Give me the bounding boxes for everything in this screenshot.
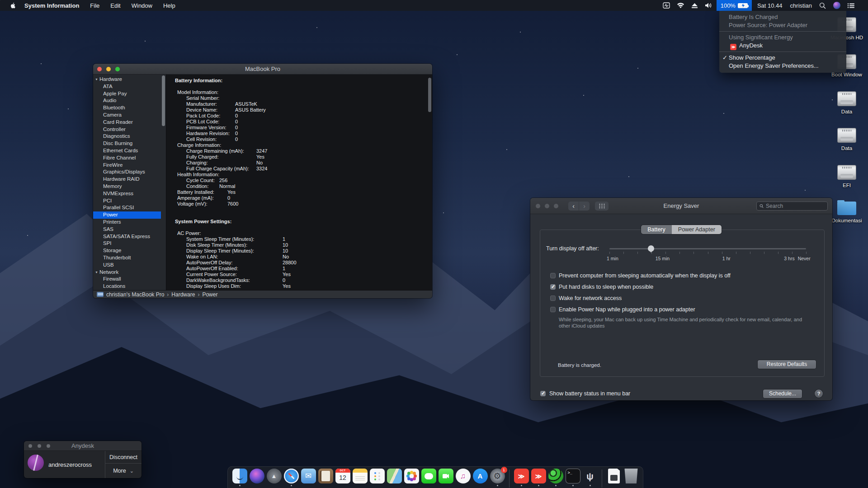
appstore-icon[interactable]: A <box>473 469 488 483</box>
sidebar-item-storage[interactable]: Storage <box>93 247 161 254</box>
zoom-button[interactable] <box>554 204 558 208</box>
spotlight-search-icon[interactable] <box>819 2 826 9</box>
dock-item-notes[interactable] <box>352 469 368 486</box>
sidebar-item-sas[interactable]: SAS <box>93 226 161 233</box>
messages-icon[interactable] <box>421 469 436 483</box>
sidebar-item-firewire[interactable]: FireWire <box>93 162 161 169</box>
volume-icon[interactable] <box>705 2 712 9</box>
schedule-button[interactable]: Schedule... <box>763 389 802 398</box>
sidebar-scrollbar[interactable] <box>161 75 166 290</box>
minimize-button[interactable] <box>545 204 549 208</box>
maps-icon[interactable] <box>387 469 402 483</box>
gripper-icon[interactable]: ψ <box>583 469 598 483</box>
itunes-icon[interactable]: ♫ <box>456 469 471 483</box>
dock-item-document[interactable] <box>606 469 622 486</box>
dock-item-contacts[interactable] <box>318 469 333 486</box>
reminders-icon[interactable] <box>370 469 385 483</box>
sidebar-item-usb[interactable]: USB <box>93 262 161 269</box>
search-input[interactable] <box>766 203 825 209</box>
forward-button[interactable]: › <box>579 202 590 211</box>
breadcrumb-segment[interactable]: christian's MacBook Pro <box>106 291 164 298</box>
sidebar-item-card-reader[interactable]: Card Reader <box>93 119 161 126</box>
sidebar-item-graphics-displays[interactable]: Graphics/Displays <box>93 169 161 176</box>
anydesk-icon[interactable]: ≫ <box>531 469 546 483</box>
user-switch-menu[interactable]: christian <box>790 2 812 9</box>
menu-window[interactable]: Window <box>132 2 152 9</box>
anydesk-titlebar[interactable]: Anydesk <box>24 441 142 451</box>
checkbox-row[interactable]: Put hard disks to sleep when possible <box>550 284 653 290</box>
dock-item-mail[interactable] <box>301 469 316 486</box>
sidebar-item-diagnostics[interactable]: Diagnostics <box>93 133 161 140</box>
sidebar-item-hardware-raid[interactable]: Hardware RAID <box>93 176 161 183</box>
sidebar-item-parallel-scsi[interactable]: Parallel SCSI <box>93 204 161 211</box>
facetime-icon[interactable] <box>439 469 453 483</box>
clock-menu[interactable]: Sat 10.44 <box>757 2 783 9</box>
safari-icon[interactable] <box>284 469 299 483</box>
dock-item-facetime[interactable] <box>438 469 453 486</box>
sidebar-item-controller[interactable]: Controller <box>93 126 161 133</box>
siri-icon[interactable] <box>250 469 264 483</box>
sidebar-item-firewall[interactable]: Firewall <box>93 276 161 283</box>
dock-item-terminal[interactable]: >_ <box>565 469 580 486</box>
disclosure-triangle-icon[interactable]: ▼ <box>95 76 98 83</box>
dock-item-anydesk[interactable]: ≫ <box>531 469 546 486</box>
calendar-icon[interactable]: OCT12 <box>335 469 350 483</box>
sidebar-item-apple-pay[interactable]: Apple Pay <box>93 90 161 98</box>
sidebar-item-camera[interactable]: Camera <box>93 112 161 119</box>
disconnect-button[interactable]: Disconnect <box>105 451 142 463</box>
display-off-slider-thumb[interactable] <box>648 245 654 252</box>
notes-icon[interactable] <box>353 469 368 483</box>
desktop-icon-efi[interactable]: EFI <box>830 165 863 188</box>
contacts-icon[interactable] <box>318 469 333 483</box>
apple-menu-icon[interactable] <box>10 2 16 9</box>
dock-item-finder[interactable] <box>232 469 247 486</box>
anydesk-icon[interactable]: ≫ <box>514 469 529 483</box>
sidebar-group-hardware[interactable]: ▼Hardware <box>93 76 161 83</box>
sidebar-item-thunderbolt[interactable]: Thunderbolt <box>93 254 161 262</box>
sidebar-item-power[interactable]: Power <box>93 211 161 219</box>
mail-icon[interactable] <box>301 469 316 483</box>
sidebar-item-printers[interactable]: Printers <box>93 219 161 226</box>
breadcrumb-segment[interactable]: Hardware <box>171 291 195 298</box>
desktop-icon-dokumentasi[interactable]: Dokumentasi <box>830 200 863 223</box>
activity-status-icon[interactable] <box>663 2 670 9</box>
scrollbar-thumb[interactable] <box>162 75 165 126</box>
display-off-slider-track[interactable] <box>609 248 806 249</box>
dock-item-photos[interactable] <box>404 469 419 486</box>
sidebar-item-fibre-channel[interactable]: Fibre Channel <box>93 155 161 162</box>
sidebar-item-pci[interactable]: PCI <box>93 197 161 205</box>
sidebar-item-memory[interactable]: Memory <box>93 183 161 190</box>
desktop-icon-data[interactable]: Data <box>830 91 863 114</box>
dock-item-appstore[interactable]: A <box>472 469 488 486</box>
dock-item-safari[interactable] <box>283 469 299 486</box>
dock-item-gripper[interactable]: ψ <box>582 469 598 486</box>
content-scrollbar-thumb[interactable] <box>428 78 431 112</box>
list-menu-icon[interactable] <box>847 2 855 9</box>
sidebar-item-ata[interactable]: ATA <box>93 83 161 90</box>
dock-item-anydesk[interactable]: ≫ <box>514 469 529 486</box>
sidebar-item-bluetooth[interactable]: Bluetooth <box>93 104 161 112</box>
show-all-button[interactable] <box>595 202 609 211</box>
sidebar-item-locations[interactable]: Locations <box>93 283 161 290</box>
checkbox-row[interactable]: Enable Power Nap while plugged into a po… <box>550 306 695 313</box>
sidebar-item-nvmexpress[interactable]: NVMExpress <box>93 190 161 197</box>
dock-item-sysprefs[interactable]: ⚙1 <box>490 469 505 486</box>
menu-help[interactable]: Help <box>163 2 175 9</box>
sidebar-item-sata-sata-express[interactable]: SATA/SATA Express <box>93 233 161 240</box>
battery-menu-item-show-percentage[interactable]: ✓Show Percentage <box>719 54 846 62</box>
dock-item-trash[interactable] <box>623 469 639 486</box>
battery-menu-item-open-energy-saver-preferences[interactable]: Open Energy Saver Preferences... <box>719 62 846 70</box>
tab-battery[interactable]: Battery <box>641 225 672 234</box>
menu-file[interactable]: File <box>90 2 99 9</box>
checkbox-row[interactable]: Wake for network access <box>550 295 622 301</box>
anydesk-tray-icon[interactable] <box>833 2 840 9</box>
sidebar-item-disc-burning[interactable]: Disc Burning <box>93 140 161 147</box>
energy-saver-titlebar[interactable]: ‹ › Energy Saver <box>530 198 832 214</box>
dock-item-reminders[interactable] <box>369 469 385 486</box>
trash-icon[interactable] <box>624 469 639 483</box>
show-battery-status-checkbox[interactable] <box>540 391 546 396</box>
dock-item-siri[interactable] <box>249 469 264 486</box>
sidebar-item-spi[interactable]: SPI <box>93 240 161 247</box>
sidebar-group-network[interactable]: ▼Network <box>93 269 161 276</box>
checkbox-put-hard-disks[interactable] <box>550 284 556 290</box>
